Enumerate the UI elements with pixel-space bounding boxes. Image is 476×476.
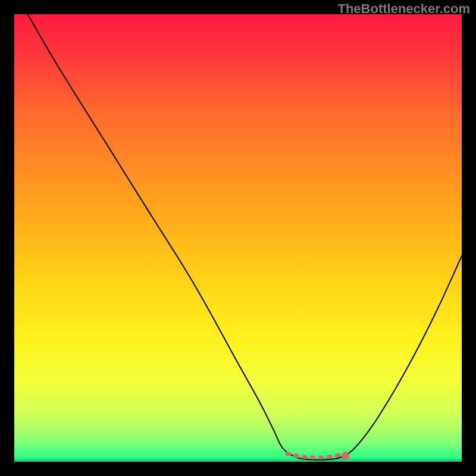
chart-background-gradient — [14, 14, 462, 462]
optimal-point-marker — [342, 453, 349, 461]
chart-plot-area — [14, 14, 462, 462]
